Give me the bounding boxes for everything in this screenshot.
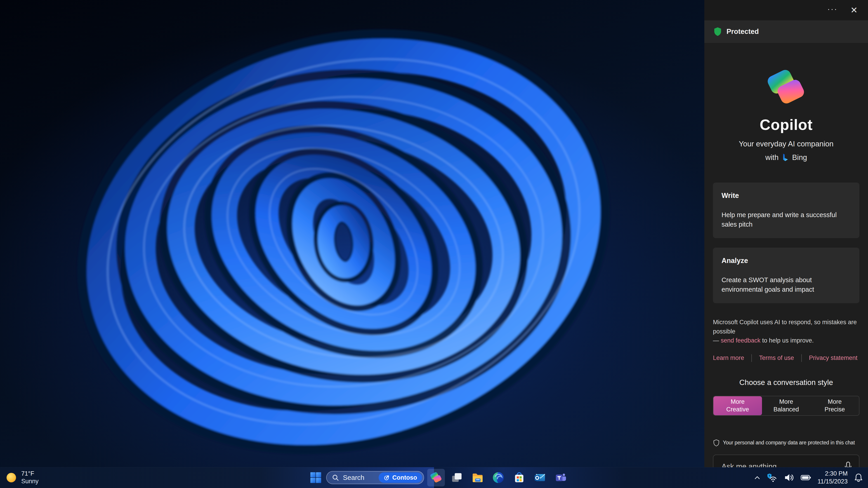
style-more-precise[interactable]: More Precise <box>810 396 859 415</box>
segment-label-bottom: Balanced <box>774 406 799 414</box>
start-button[interactable] <box>309 469 323 486</box>
microsoft-store-button[interactable] <box>510 469 528 486</box>
segment-label-top: More <box>731 398 745 406</box>
clock-widget[interactable]: 2:30 PM 11/15/2023 <box>817 470 848 486</box>
chat-privacy-note: Your personal and company data are prote… <box>713 439 860 447</box>
battery-icon[interactable] <box>800 473 811 482</box>
panel-body: Copilot Your everyday AI companion with … <box>704 43 868 488</box>
contoso-label: Contoso <box>393 474 417 481</box>
style-more-balanced[interactable]: More Balanced <box>762 396 811 415</box>
copilot-sidebar-panel: ··· ✕ Protected Copilot Your everyday AI… <box>704 0 868 467</box>
copilot-subtitle: Your everyday AI companion <box>739 140 834 148</box>
outlook-button[interactable] <box>531 469 549 486</box>
footer-links: Learn more Terms of use Privacy statemen… <box>713 354 860 362</box>
desktop: ··· ✕ Protected Copilot Your everyday AI… <box>0 0 868 488</box>
taskbar: 71°F Sunny Search <box>0 467 868 488</box>
copilot-brand: Copilot Your everyday AI companion with … <box>713 69 860 162</box>
style-more-creative[interactable]: More Creative <box>713 396 762 415</box>
shield-outline-icon <box>713 439 720 447</box>
microsoft-store-icon <box>513 472 525 484</box>
protected-banner: Protected <box>704 20 868 43</box>
terms-of-use-link[interactable]: Terms of use <box>759 355 794 361</box>
hidden-icons-chevron[interactable] <box>754 474 761 481</box>
close-icon[interactable]: ✕ <box>849 6 859 15</box>
tray-date: 11/15/2023 <box>817 478 848 486</box>
link-separator <box>751 354 752 362</box>
copilot-icon <box>430 472 442 483</box>
ai-disclaimer: Microsoft Copilot uses AI to respond, so… <box>713 318 860 345</box>
volume-icon[interactable] <box>784 473 794 482</box>
weather-condition: Sunny <box>21 478 39 485</box>
conversation-style-heading: Choose a conversation style <box>713 378 860 387</box>
chat-privacy-text: Your personal and company data are prote… <box>723 440 855 446</box>
card-body: Help me prepare and write a successful s… <box>721 210 851 229</box>
with-bing-row: with Bing <box>765 153 807 162</box>
disclaimer-line2-suffix: to help us improve. <box>761 337 814 344</box>
segment-label-bottom: Creative <box>726 406 749 414</box>
suggestion-card-analyze[interactable]: Analyze Create a SWOT analysis about env… <box>713 248 860 303</box>
protected-label: Protected <box>726 28 759 36</box>
card-title: Analyze <box>721 257 851 265</box>
segment-label-bottom: Precise <box>825 406 845 414</box>
copilot-title: Copilot <box>760 116 813 133</box>
privacy-statement-link[interactable]: Privacy statement <box>809 355 858 361</box>
windows-logo-icon <box>310 472 322 484</box>
disclaimer-dash: — <box>713 337 721 344</box>
conversation-style-selector: More Creative More Balanced More Precise <box>713 396 860 416</box>
panel-header: ··· ✕ <box>704 0 868 20</box>
teams-icon <box>555 472 567 484</box>
taskbar-copilot-button[interactable] <box>427 469 445 486</box>
file-explorer-button[interactable] <box>469 469 487 486</box>
card-body: Create a SWOT analysis about environment… <box>721 275 851 294</box>
send-feedback-link[interactable]: send feedback <box>721 337 761 344</box>
disclaimer-line1: Microsoft Copilot uses AI to respond, so… <box>713 319 857 335</box>
taskbar-center: Search Contoso <box>309 467 569 488</box>
search-placeholder: Search <box>343 474 375 482</box>
task-view-icon <box>451 472 463 483</box>
link-separator <box>801 354 802 362</box>
suggestion-cards: Write Help me prepare and write a succes… <box>713 183 860 303</box>
shield-protected-icon <box>713 27 722 36</box>
contoso-badge[interactable]: Contoso <box>379 473 422 483</box>
copilot-logo <box>766 69 806 106</box>
outlook-icon <box>534 472 546 484</box>
teams-button[interactable] <box>552 469 569 486</box>
task-view-button[interactable] <box>448 469 466 486</box>
notifications-bell-icon[interactable] <box>854 473 863 482</box>
vpn-wifi-icon[interactable] <box>767 473 778 483</box>
search-icon <box>332 474 339 481</box>
learn-more-link[interactable]: Learn more <box>713 355 744 361</box>
bing-icon <box>782 153 789 162</box>
segment-label-top: More <box>779 398 793 406</box>
sun-icon <box>6 472 17 483</box>
search-box[interactable]: Search Contoso <box>326 471 424 484</box>
weather-temp: 71°F <box>21 470 39 478</box>
weather-widget[interactable]: 71°F Sunny <box>6 467 39 488</box>
system-tray: 2:30 PM 11/15/2023 <box>754 467 863 488</box>
segment-label-top: More <box>828 398 842 406</box>
target-icon <box>383 475 390 481</box>
tray-time: 2:30 PM <box>825 470 848 478</box>
file-explorer-icon <box>472 472 484 484</box>
with-text: with <box>765 153 779 162</box>
edge-button[interactable] <box>490 469 507 486</box>
card-title: Write <box>721 192 851 200</box>
suggestion-card-write[interactable]: Write Help me prepare and write a succes… <box>713 183 860 238</box>
more-options-icon[interactable]: ··· <box>826 5 839 16</box>
edge-icon <box>493 472 504 484</box>
bing-label: Bing <box>792 153 807 162</box>
